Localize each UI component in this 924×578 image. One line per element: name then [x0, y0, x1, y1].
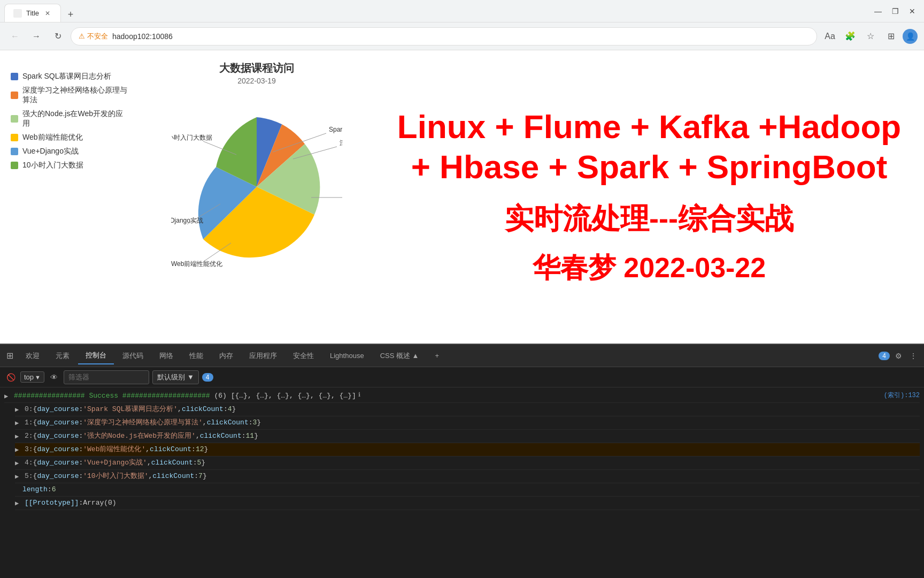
context-selector[interactable]: top ▼ — [20, 371, 44, 383]
val-click-3: 12 — [196, 444, 204, 455]
val-click-0: 4 — [228, 404, 232, 415]
back-button[interactable]: ← — [6, 28, 24, 45]
array-summary[interactable]: (6) [{…}, {…}, {…}, {…}, {…}, {…}] — [214, 391, 356, 401]
issues-badge[interactable]: 4 — [879, 352, 890, 360]
tab-lighthouse[interactable]: Lighthouse — [322, 348, 372, 363]
legend-dot-0 — [11, 73, 18, 80]
level-dropdown[interactable]: 默认级别 ▼ — [152, 370, 199, 384]
key-day-course-0: day_course — [37, 404, 79, 415]
legend-item-4: Vue+Django实战 — [11, 147, 128, 156]
array-item-0: ▶ 0: { day_course : 'Spark SQL慕课网日志分析' ,… — [15, 403, 920, 416]
expand-icon-0[interactable]: ▶ — [15, 405, 22, 415]
chart-title: 大数据课程访问 — [219, 61, 294, 75]
main-title-line1: Linux + Flume + Kafka +Hadoop — [397, 107, 901, 147]
svg-text:Spark SQL慕课网日志分析: Spark SQL慕课网日志分析 — [329, 126, 342, 133]
main-title-line2: + Hbase + Spark + SpringBoot — [411, 147, 888, 187]
tab-application[interactable]: 应用程序 — [242, 348, 284, 364]
tab-close-button[interactable]: ✕ — [43, 9, 52, 18]
close-button[interactable]: ✕ — [905, 4, 920, 19]
expand-icon-2[interactable]: ▶ — [15, 432, 22, 442]
refresh-button[interactable]: ↻ — [49, 28, 66, 45]
tab-network[interactable]: 网络 — [152, 348, 181, 364]
tab-favicon — [13, 9, 22, 18]
val-day-course-3: 'Web前端性能优化' — [83, 444, 145, 455]
tab-console[interactable]: 控制台 — [78, 347, 114, 364]
key-click-4: clickCount — [151, 458, 193, 468]
array-item-3: ▶ 3: { day_course : 'Web前端性能优化' , clickC… — [15, 443, 920, 457]
console-badge: 4 — [202, 373, 213, 382]
browser-navbar: ← → ↻ ⚠ 不安全 hadoop102:10086 Aa 🧩 ☆ ⊞ 👤 — [0, 22, 924, 50]
reader-mode-icon[interactable]: Aa — [821, 28, 838, 45]
legend-label-0: Spark SQL慕课网日志分析 — [22, 72, 111, 81]
tab-sources[interactable]: 源代码 — [115, 348, 151, 364]
expand-icon-3[interactable]: ▶ — [15, 445, 22, 455]
clear-console-icon[interactable]: 🚫 — [4, 371, 17, 384]
favorites-icon[interactable]: ☆ — [862, 28, 879, 45]
tab-title: Title — [26, 9, 39, 17]
extensions-icon[interactable]: 🧩 — [842, 28, 859, 45]
legend-label-3: Web前端性能优化 — [22, 133, 83, 142]
collections-icon[interactable]: ⊞ — [882, 28, 899, 45]
console-toolbar: 🚫 top ▼ 👁 默认级别 ▼ 4 — [0, 367, 924, 387]
new-tab-button[interactable]: + — [63, 7, 78, 22]
subtitle: 实时流处理---综合实战 — [505, 200, 794, 239]
level-label: 默认级别 — [157, 372, 185, 382]
svg-text:Vue+Django实战: Vue+Django实战 — [171, 217, 203, 224]
author-date: 华春梦 2022-03-22 — [533, 249, 766, 287]
index-4: 4: — [25, 458, 33, 468]
devtools-settings-icon[interactable]: ⚙ — [892, 349, 905, 362]
profile-icon[interactable]: 👤 — [903, 29, 918, 44]
tab-css-overview[interactable]: CSS 概述 ▲ — [373, 348, 427, 364]
key-day-course-5: day_course — [37, 471, 79, 482]
legend-label-5: 10小时入门大数据 — [22, 161, 83, 170]
val-click-4: 5 — [197, 458, 202, 468]
legend-dot-4 — [11, 148, 18, 155]
devtools-sidebar-icon[interactable]: ⊞ — [4, 351, 15, 361]
chart-date: 2022-03-19 — [237, 77, 276, 85]
tab-elements[interactable]: 元素 — [48, 348, 77, 364]
expand-icon-5[interactable]: ▶ — [15, 472, 22, 482]
maximize-button[interactable]: ❐ — [888, 4, 903, 19]
array-item-1: ▶ 1: { day_course : '深度学习之神经网络核心原理与算法' ,… — [15, 416, 920, 430]
level-dropdown-icon: ▼ — [187, 373, 194, 381]
expand-icon-1[interactable]: ▶ — [15, 419, 22, 428]
minimize-button[interactable]: — — [871, 4, 886, 19]
length-value: 6 — [52, 484, 56, 495]
tab-performance[interactable]: 性能 — [182, 348, 211, 364]
prototype-key: [[Prototype]] — [25, 498, 79, 508]
context-dropdown-icon[interactable]: ▼ — [35, 374, 41, 381]
index-5: 5: — [25, 471, 33, 482]
tab-security[interactable]: 安全性 — [286, 348, 321, 364]
expand-icon-prototype[interactable]: ▶ — [15, 499, 22, 508]
devtools-more-icon[interactable]: ⋮ — [907, 349, 920, 362]
array-prototype: ▶ [[Prototype]] : Array(0) — [15, 497, 920, 510]
index-3: 3: — [25, 444, 33, 455]
key-day-course-1: day_course — [37, 417, 79, 428]
legend-item-5: 10小时入门大数据 — [11, 161, 128, 170]
forward-button[interactable]: → — [28, 28, 45, 45]
tab-memory[interactable]: 内存 — [212, 348, 241, 364]
eye-icon[interactable]: 👁 — [48, 371, 60, 384]
console-source-link[interactable]: (索引):132 — [884, 391, 920, 400]
length-key: length — [22, 484, 48, 495]
address-bar[interactable]: ⚠ 不安全 hadoop102:10086 — [71, 27, 817, 45]
filter-input[interactable] — [64, 370, 149, 384]
val-click-5: 7 — [198, 471, 203, 482]
expand-icon-4[interactable]: ▶ — [15, 459, 22, 468]
console-content: ▶ ################# Success ############… — [0, 387, 924, 578]
devtools-panel: ⊞ 欢迎 元素 控制台 源代码 网络 性能 内存 应用程序 安全性 Lighth… — [0, 344, 924, 578]
chart-area: 大数据课程访问 2022-03-19 — [128, 61, 385, 333]
tab-welcome[interactable]: 欢迎 — [18, 348, 47, 364]
brace-open-0: { — [33, 404, 37, 415]
key-day-course-3: day_course — [37, 444, 79, 455]
tab-add[interactable]: + — [427, 348, 446, 363]
key-day-course-4: day_course — [37, 458, 79, 468]
active-tab[interactable]: Title ✕ — [4, 4, 61, 22]
expand-icon-success[interactable]: ▶ — [4, 392, 12, 401]
index-2: 2: — [25, 431, 33, 442]
legend-item-0: Spark SQL慕课网日志分析 — [11, 72, 128, 81]
key-click-2: clickCount — [200, 431, 242, 442]
nav-icons: Aa 🧩 ☆ ⊞ 👤 — [821, 28, 918, 45]
val-day-course-4: 'Vue+Django实战' — [83, 458, 147, 468]
key-day-course-2: day_course — [37, 431, 79, 442]
